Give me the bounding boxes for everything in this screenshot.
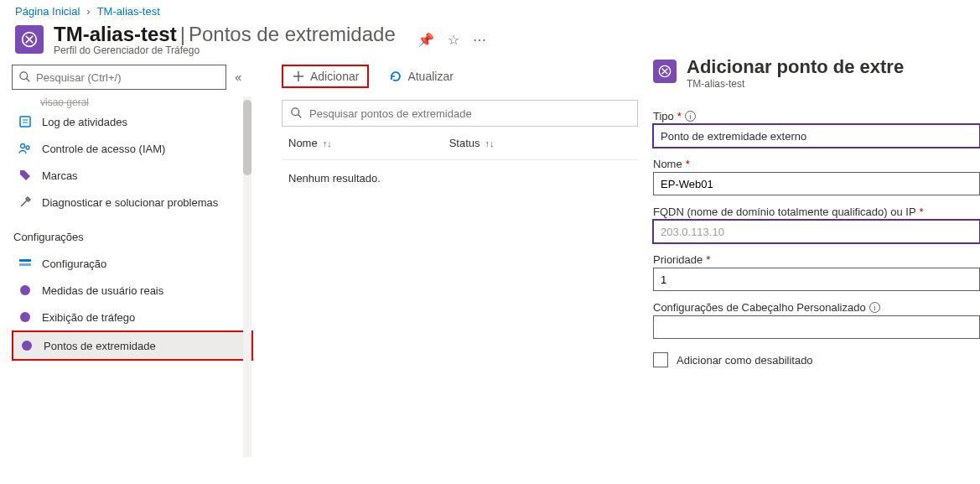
info-icon[interactable]: i xyxy=(685,111,696,122)
field-priority: Prioridade * xyxy=(653,253,980,291)
iam-icon xyxy=(18,142,32,155)
sort-icon: ↑↓ xyxy=(323,138,332,148)
nav-traffic-view[interactable]: Exibição de tráfego xyxy=(12,304,253,330)
search-icon xyxy=(19,71,31,83)
plus-icon xyxy=(292,70,305,83)
svg-point-1 xyxy=(20,72,28,80)
tags-icon xyxy=(18,169,32,182)
title-separator: | xyxy=(180,23,185,46)
svg-point-7 xyxy=(26,146,29,149)
nav-label: Marcas xyxy=(42,169,78,182)
nav-label: Controle de acesso (IAM) xyxy=(42,143,165,155)
col-status-label: Status xyxy=(449,137,480,149)
resource-icon xyxy=(15,25,44,54)
collapse-sidebar-icon[interactable]: « xyxy=(235,70,241,84)
required-indicator: * xyxy=(686,158,690,170)
panel-title: Adicionar ponto de extre xyxy=(687,56,904,78)
svg-rect-9 xyxy=(19,263,31,266)
panel-subtitle: TM-alias-test xyxy=(687,78,904,90)
col-name-label: Nome xyxy=(288,137,318,149)
page-title: TM-alias-test xyxy=(54,23,177,46)
svg-point-11 xyxy=(20,312,30,322)
custom-header-label: Configurações de Cabeçalho Personalizado xyxy=(653,301,866,314)
add-disabled-label: Adicionar como desabilitado xyxy=(677,354,813,367)
priority-input[interactable] xyxy=(653,268,980,291)
col-name[interactable]: Nome ↑↓ xyxy=(288,137,332,149)
required-indicator: * xyxy=(677,110,682,122)
svg-point-15 xyxy=(292,108,299,116)
nav-endpoints[interactable]: Pontos de extremidade xyxy=(12,330,253,361)
pin-icon[interactable]: 📌 xyxy=(417,32,434,48)
required-indicator: * xyxy=(920,206,924,218)
nav-real-user[interactable]: Medidas de usuário reais xyxy=(12,277,253,304)
grid-header: Nome ↑↓ Status ↑↓ xyxy=(282,127,638,160)
custom-header-input[interactable] xyxy=(653,315,980,339)
svg-line-2 xyxy=(27,79,30,82)
refresh-icon xyxy=(389,70,402,83)
nav-configuration[interactable]: Configuração xyxy=(12,250,253,277)
nav-label: Log de atividades xyxy=(42,116,127,128)
nav-settings-header: Configurações xyxy=(12,224,253,250)
breadcrumb: Página Inicial › TM-alias-test xyxy=(0,0,980,19)
nav-label: Configuração xyxy=(42,258,106,270)
svg-point-12 xyxy=(22,341,32,351)
endpoint-search[interactable] xyxy=(282,100,638,127)
more-icon[interactable]: ⋯ xyxy=(473,32,486,48)
grid-empty: Nenhum resultado. xyxy=(282,160,638,196)
breadcrumb-home[interactable]: Página Inicial xyxy=(15,5,80,18)
name-input[interactable] xyxy=(653,172,980,195)
required-indicator: * xyxy=(706,253,710,266)
sidebar-search[interactable] xyxy=(12,65,226,90)
nav-activity-log[interactable]: Log de atividades xyxy=(12,108,253,135)
search-icon xyxy=(291,107,303,119)
breadcrumb-separator: › xyxy=(86,5,90,18)
name-label: Nome xyxy=(653,158,682,170)
svg-rect-8 xyxy=(19,259,31,262)
add-label: Adicionar xyxy=(310,70,359,83)
add-button[interactable]: Adicionar xyxy=(282,65,369,88)
panel-icon xyxy=(653,60,677,83)
nav-tags[interactable]: Marcas xyxy=(12,162,253,189)
fqdn-label: FQDN (nome de domínio totalmente qualifi… xyxy=(653,206,916,218)
svg-line-16 xyxy=(298,115,302,118)
real-user-icon xyxy=(18,284,32,297)
add-disabled-checkbox[interactable] xyxy=(653,352,668,367)
endpoint-search-input[interactable] xyxy=(309,107,629,120)
sidebar-scrollbar-thumb[interactable] xyxy=(243,100,251,175)
nav-label: Medidas de usuário reais xyxy=(42,284,163,297)
fqdn-input[interactable] xyxy=(653,220,980,243)
page-section: Pontos de extremidade xyxy=(189,23,396,46)
nav-iam[interactable]: Controle de acesso (IAM) xyxy=(12,135,253,162)
info-icon[interactable]: i xyxy=(869,302,880,313)
nav-label: Pontos de extremidade xyxy=(44,340,156,352)
nav-diagnose[interactable]: Diagnosticar e solucionar problemas xyxy=(12,189,253,216)
field-name: Nome * xyxy=(653,158,980,195)
favorite-icon[interactable]: ☆ xyxy=(448,32,459,48)
add-endpoint-panel: Adicionar ponto de extre TM-alias-test T… xyxy=(653,56,980,481)
sidebar-search-input[interactable] xyxy=(36,71,219,84)
svg-point-10 xyxy=(20,285,30,295)
field-type: Tipo * i Ponto de extremidade externo xyxy=(653,110,980,148)
nav-overview-strike: visao geral xyxy=(12,96,253,108)
refresh-label: Atualizar xyxy=(407,70,453,83)
main-content: Adicionar Atualizar Nome ↑↓ Status ↑↓ Ne… xyxy=(253,56,653,481)
traffic-view-icon xyxy=(18,310,32,324)
breadcrumb-current[interactable]: TM-alias-test xyxy=(97,5,160,18)
sort-icon: ↑↓ xyxy=(485,138,495,148)
col-status[interactable]: Status ↑↓ xyxy=(449,137,495,149)
page-subtitle: Perfil do Gerenciador de Tráfego xyxy=(54,44,396,56)
svg-point-6 xyxy=(21,144,25,148)
nav-label: Exibição de tráfego xyxy=(42,311,135,324)
add-disabled-row[interactable]: Adicionar como desabilitado xyxy=(653,349,980,367)
refresh-button[interactable]: Atualizar xyxy=(381,66,461,86)
configuration-icon xyxy=(18,257,32,270)
svg-rect-3 xyxy=(20,117,30,127)
type-select[interactable]: Ponto de extremidade externo xyxy=(653,124,980,148)
toolbar: Adicionar Atualizar xyxy=(282,65,638,88)
field-fqdn: FQDN (nome de domínio totalmente qualifi… xyxy=(653,206,980,243)
type-value: Ponto de extremidade externo xyxy=(661,130,806,143)
sidebar: « visao geral Log de atividades Controle… xyxy=(0,56,253,481)
page-header: TM-alias-test | Pontos de extremidade Pe… xyxy=(0,19,980,56)
endpoints-icon xyxy=(20,339,34,352)
activity-log-icon xyxy=(18,115,32,128)
